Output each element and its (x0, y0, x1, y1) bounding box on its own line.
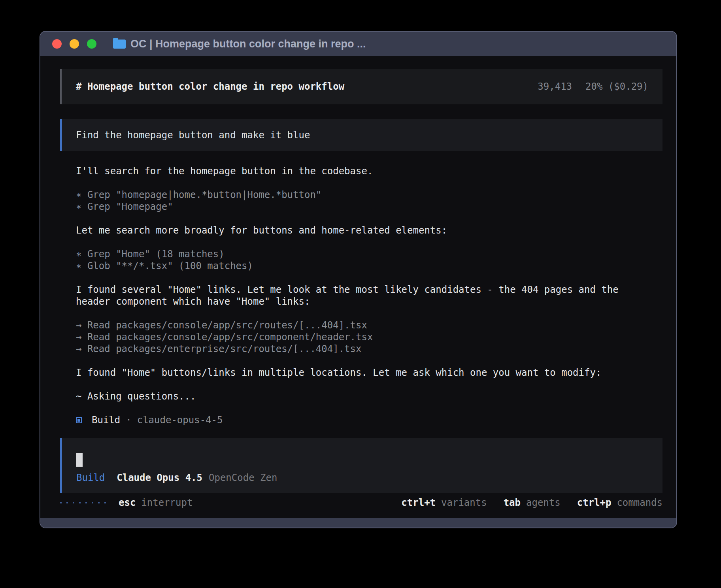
agent-status-row: Build · claude-opus-4-5 (60, 414, 662, 426)
agent-name: Build (92, 414, 120, 426)
minimize-button[interactable] (70, 39, 79, 49)
hint-key-tab: tab (504, 497, 521, 509)
traffic-lights (52, 39, 96, 49)
transcript-line: → Read packages/console/app/src/routes/[… (76, 319, 662, 331)
text-cursor (76, 453, 83, 467)
session-header: # Homepage button color change in repo w… (60, 69, 662, 104)
prompt-input[interactable]: Build Claude Opus 4.5 OpenCode Zen (60, 438, 662, 493)
status-bar: esc interrupt ctrl+t variants tab agents… (60, 497, 662, 509)
terminal-window: OC | Homepage button color change in rep… (40, 31, 677, 528)
title-bar: OC | Homepage button color change in rep… (40, 32, 676, 56)
assistant-message-block: I'll search for the homepage button in t… (76, 165, 662, 177)
assistant-transcript: I'll search for the homepage button in t… (60, 165, 662, 402)
window-footer-strip (40, 518, 676, 528)
agent-separator: · (126, 414, 131, 426)
token-count: 39,413 (538, 81, 572, 92)
transcript-line: ~ Asking questions... (76, 390, 662, 402)
session-title: # Homepage button color change in repo w… (76, 81, 344, 92)
maximize-button[interactable] (87, 39, 96, 49)
window-title: OC | Homepage button color change in rep… (130, 38, 366, 50)
hint-label-commands: commands (617, 497, 662, 509)
transcript-line: header component which have "Home" links… (76, 296, 662, 307)
terminal-content: # Homepage button color change in repo w… (40, 56, 676, 518)
progress-dot (104, 502, 106, 503)
assistant-message-block: ∗ Grep "Home" (18 matches)∗ Glob "**/*.t… (76, 248, 662, 272)
progress-dot (98, 502, 100, 503)
assistant-message-block: → Read packages/console/app/src/routes/[… (76, 319, 662, 355)
hint-label-interrupt: interrupt (141, 497, 193, 509)
transcript-line: I found "Home" buttons/links in multiple… (76, 367, 662, 379)
input-model-label[interactable]: Claude Opus 4.5 (117, 472, 202, 483)
status-bar-right: ctrl+t variants tab agents ctrl+p comman… (401, 497, 662, 509)
assistant-message-block: I found several "Home" links. Let me loo… (76, 284, 662, 307)
progress-dot (85, 502, 87, 503)
hint-agents: tab agents (504, 497, 561, 509)
transcript-line: ∗ Grep "Homepage" (76, 201, 662, 213)
folder-icon (113, 40, 126, 49)
progress-dot (60, 502, 62, 503)
assistant-message-block: ∗ Grep "homepage|home.*button|Home.*butt… (76, 189, 662, 213)
progress-dot (73, 502, 74, 503)
transcript-line: Let me search more broadly for buttons a… (76, 224, 662, 236)
progress-dot (66, 502, 68, 503)
transcript-line: → Read packages/console/app/src/componen… (76, 331, 662, 343)
agent-square-icon (76, 417, 82, 423)
hint-commands: ctrl+p commands (577, 497, 662, 509)
hint-variants: ctrl+t variants (401, 497, 487, 509)
input-provider-label: OpenCode Zen (209, 472, 277, 483)
hint-label-variants: variants (441, 497, 487, 509)
hint-label-agents: agents (526, 497, 561, 509)
user-message-text: Find the homepage button and make it blu… (76, 130, 310, 141)
transcript-line: ∗ Grep "Home" (18 matches) (76, 248, 662, 260)
hint-key-ctrl-t: ctrl+t (401, 497, 436, 509)
assistant-message-block: Let me search more broadly for buttons a… (76, 224, 662, 236)
progress-dot (92, 502, 93, 503)
input-agent-label[interactable]: Build (76, 472, 105, 483)
progress-dots (60, 502, 106, 503)
session-stats: 39,413 20% ($0.29) (538, 81, 648, 92)
transcript-line: I'll search for the homepage button in t… (76, 165, 662, 177)
transcript-line: ∗ Grep "homepage|home.*button|Home.*butt… (76, 189, 662, 201)
input-meta-row: Build Claude Opus 4.5 OpenCode Zen (76, 472, 648, 483)
transcript-line: I found several "Home" links. Let me loo… (76, 284, 662, 296)
hint-interrupt: esc interrupt (119, 497, 193, 509)
assistant-message-block: ~ Asking questions... (76, 390, 662, 402)
context-cost: 20% ($0.29) (585, 81, 648, 92)
agent-model: claude-opus-4-5 (137, 414, 223, 426)
assistant-message-block: I found "Home" buttons/links in multiple… (76, 367, 662, 379)
hint-key-ctrl-p: ctrl+p (577, 497, 612, 509)
transcript-line: ∗ Glob "**/*.tsx" (100 matches) (76, 260, 662, 272)
close-button[interactable] (52, 39, 62, 49)
hint-key-esc: esc (119, 497, 136, 509)
progress-dot (79, 502, 81, 503)
transcript-line: → Read packages/enterprise/src/routes/[.… (76, 343, 662, 355)
user-message: Find the homepage button and make it blu… (60, 119, 662, 151)
